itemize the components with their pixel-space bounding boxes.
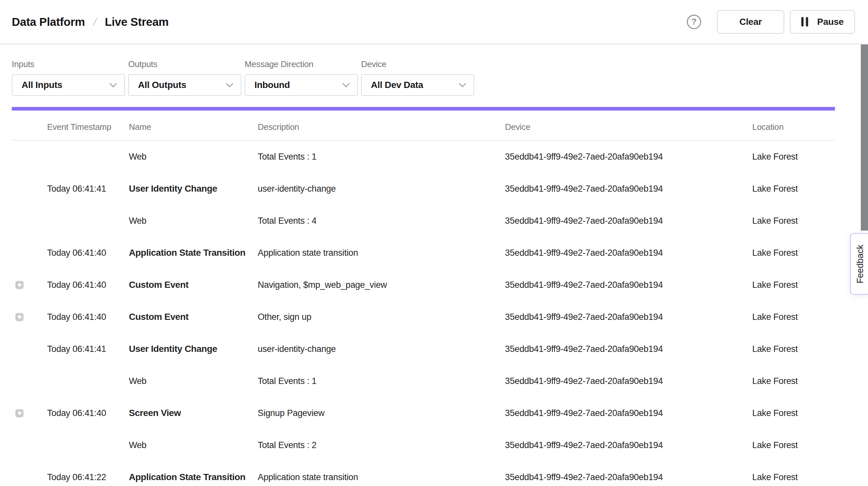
breadcrumb-data-platform[interactable]: Data Platform [12, 16, 85, 28]
filter-bar: Inputs All Inputs Outputs All Outputs Me… [0, 44, 868, 96]
table-row[interactable]: Web Total Events : 2 35eddb41-9ff9-49e2-… [12, 429, 835, 461]
table-row[interactable]: Today 06:41:40 Custom Event Navigation, … [12, 269, 835, 301]
filter-outputs: Outputs All Outputs [128, 59, 241, 96]
expand-cell [12, 249, 47, 257]
chevron-down-icon [459, 80, 466, 87]
event-location: Lake Forest [752, 472, 835, 482]
event-location: Lake Forest [752, 248, 835, 258]
filter-inputs: Inputs All Inputs [12, 59, 125, 96]
column-header-location: Location [752, 122, 835, 132]
event-timestamp: Today 06:41:40 [47, 312, 129, 322]
table-row[interactable]: Today 06:41:22 Application State Transit… [12, 461, 835, 486]
pause-icon [801, 17, 808, 27]
event-name: Application State Transition [129, 248, 258, 258]
table-row[interactable]: Today 06:41:40 Screen View Signup Pagevi… [12, 397, 835, 429]
event-description: user-identity-change [258, 184, 505, 194]
table-row[interactable]: Web Total Events : 1 35eddb41-9ff9-49e2-… [12, 141, 835, 173]
event-name: Web [129, 216, 258, 226]
filter-message-direction-select[interactable]: Inbound [245, 74, 358, 96]
event-name: Custom Event [129, 312, 258, 322]
breadcrumb-live-stream: Live Stream [105, 16, 169, 28]
event-name: Application State Transition [129, 472, 258, 482]
expand-cell [12, 377, 47, 385]
event-description: Total Events : 1 [258, 152, 505, 162]
feedback-tab-label: Feedback [855, 245, 865, 283]
live-stream-progress-bar [12, 107, 835, 111]
event-location: Lake Forest [752, 344, 835, 354]
event-description: Application state transition [258, 472, 505, 482]
event-description: Signup Pageview [258, 408, 505, 418]
event-name: User Identity Change [129, 344, 258, 354]
event-device: 35eddb41-9ff9-49e2-7aed-20afa90eb194 [505, 440, 752, 450]
event-device: 35eddb41-9ff9-49e2-7aed-20afa90eb194 [505, 344, 752, 354]
event-description: Navigation, $mp_web_page_view [258, 280, 505, 290]
table-row[interactable]: Web Total Events : 1 35eddb41-9ff9-49e2-… [12, 365, 835, 397]
expand-cell [12, 153, 47, 161]
event-name: Custom Event [129, 280, 258, 290]
expand-cell [12, 185, 47, 193]
table-row[interactable]: Web Total Events : 4 35eddb41-9ff9-49e2-… [12, 205, 835, 237]
table-header-row: Event Timestamp Name Description Device … [12, 111, 835, 141]
clear-button[interactable]: Clear [717, 10, 784, 34]
filter-outputs-value: All Outputs [138, 80, 186, 90]
expand-plus-icon[interactable] [16, 409, 24, 417]
filter-outputs-label: Outputs [128, 59, 241, 69]
column-header-name: Name [129, 122, 258, 132]
event-name: User Identity Change [129, 183, 258, 194]
event-name: Web [129, 376, 258, 386]
help-icon[interactable]: ? [687, 15, 701, 29]
event-description: user-identity-change [258, 344, 505, 354]
event-location: Lake Forest [752, 408, 835, 418]
event-timestamp: Today 06:41:40 [47, 408, 129, 418]
event-description: Application state transition [258, 248, 505, 258]
filter-device-select[interactable]: All Dev Data [361, 74, 474, 96]
event-name: Screen View [129, 408, 258, 418]
event-location: Lake Forest [752, 184, 835, 194]
table-row[interactable]: Today 06:41:40 Application State Transit… [12, 237, 835, 269]
event-device: 35eddb41-9ff9-49e2-7aed-20afa90eb194 [505, 152, 752, 162]
event-description: Total Events : 1 [258, 376, 505, 386]
event-table: Event Timestamp Name Description Device … [12, 111, 835, 486]
table-row[interactable]: Today 06:41:41 User Identity Change user… [12, 333, 835, 365]
expand-cell [12, 345, 47, 353]
breadcrumb: Data Platform / Live Stream [12, 16, 169, 28]
filter-device-value: All Dev Data [371, 80, 423, 90]
expand-plus-icon[interactable] [16, 281, 24, 289]
pause-button-label: Pause [817, 17, 844, 27]
filter-inputs-value: All Inputs [22, 80, 62, 90]
filter-message-direction-label: Message Direction [245, 59, 358, 69]
event-timestamp: Today 06:41:40 [47, 248, 129, 258]
event-device: 35eddb41-9ff9-49e2-7aed-20afa90eb194 [505, 472, 752, 482]
event-timestamp: Today 06:41:41 [47, 344, 129, 354]
filter-device: Device All Dev Data [361, 59, 474, 96]
column-header-event-timestamp: Event Timestamp [47, 122, 129, 132]
event-location: Lake Forest [752, 312, 835, 322]
expand-cell [12, 313, 47, 321]
chevron-down-icon [342, 80, 350, 87]
filter-message-direction: Message Direction Inbound [245, 59, 358, 96]
event-timestamp: Today 06:41:22 [47, 472, 129, 482]
event-location: Lake Forest [752, 376, 835, 386]
event-location: Lake Forest [752, 216, 835, 226]
event-location: Lake Forest [752, 440, 835, 450]
event-name: Web [129, 440, 258, 450]
expand-cell [12, 409, 47, 417]
filter-inputs-select[interactable]: All Inputs [12, 74, 125, 96]
event-name: Web [129, 152, 258, 162]
vertical-scrollbar-thumb[interactable] [861, 44, 868, 231]
feedback-tab[interactable]: Feedback [850, 233, 868, 295]
expand-cell [12, 473, 47, 481]
event-location: Lake Forest [752, 152, 835, 162]
event-device: 35eddb41-9ff9-49e2-7aed-20afa90eb194 [505, 312, 752, 322]
event-timestamp: Today 06:41:40 [47, 280, 129, 290]
table-row[interactable]: Today 06:41:40 Custom Event Other, sign … [12, 301, 835, 333]
event-device: 35eddb41-9ff9-49e2-7aed-20afa90eb194 [505, 280, 752, 290]
event-device: 35eddb41-9ff9-49e2-7aed-20afa90eb194 [505, 376, 752, 386]
event-device: 35eddb41-9ff9-49e2-7aed-20afa90eb194 [505, 216, 752, 226]
table-row[interactable]: Today 06:41:41 User Identity Change user… [12, 173, 835, 205]
filter-outputs-select[interactable]: All Outputs [128, 74, 241, 96]
breadcrumb-separator: / [92, 16, 98, 28]
expand-plus-icon[interactable] [16, 313, 24, 321]
chevron-down-icon [110, 80, 117, 87]
pause-button[interactable]: Pause [790, 10, 855, 34]
